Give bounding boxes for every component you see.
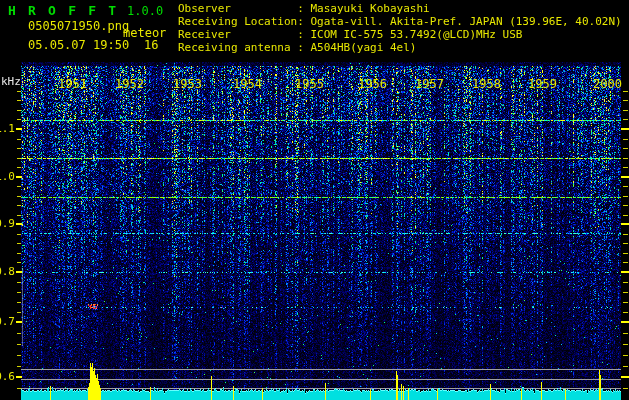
app-version: 1.0.0 xyxy=(127,5,163,17)
app-title: H R O F F T xyxy=(8,4,118,17)
freq-tick-label-1.1: 1.1 xyxy=(0,123,15,134)
time-tick-label-1952: 1952 xyxy=(115,78,144,90)
freq-tick-label-1.0: 1.0 xyxy=(0,171,15,182)
observer-info-block: Observer : Masayuki KobayashiReceiving L… xyxy=(178,3,622,55)
time-tick-label-1955: 1955 xyxy=(295,78,324,90)
hrofft-screenshot: H R O F F T 1.0.0 0505071950.png meteor … xyxy=(0,0,629,400)
freq-tick-label-0.8: 0.8 xyxy=(0,266,15,277)
time-tick-label-1958: 1958 xyxy=(472,78,501,90)
file-datetime: 05.05.07 19:50 xyxy=(28,39,129,51)
time-tick-label-2000: 2000 xyxy=(593,78,622,90)
time-tick-label-1951: 1951 xyxy=(58,78,87,90)
spectrogram-canvas xyxy=(0,0,629,400)
time-tick-label-1957: 1957 xyxy=(415,78,444,90)
time-tick-label-1953: 1953 xyxy=(173,78,202,90)
file-name: 0505071950.png xyxy=(28,20,129,32)
frequency-axis-unit-label: kHz xyxy=(1,76,21,87)
time-tick-label-1954: 1954 xyxy=(233,78,262,90)
info-line-receiving-antenna: Receiving antenna : A504HB(yagi 4el) xyxy=(178,42,622,55)
freq-tick-label-0.7: 0.7 xyxy=(0,316,15,327)
time-tick-label-1959: 1959 xyxy=(528,78,557,90)
freq-tick-label-0.9: 0.9 xyxy=(0,218,15,229)
freq-tick-label-0.6: 0.6 xyxy=(0,371,15,382)
echo-count: 16 xyxy=(144,39,158,51)
time-tick-label-1956: 1956 xyxy=(358,78,387,90)
